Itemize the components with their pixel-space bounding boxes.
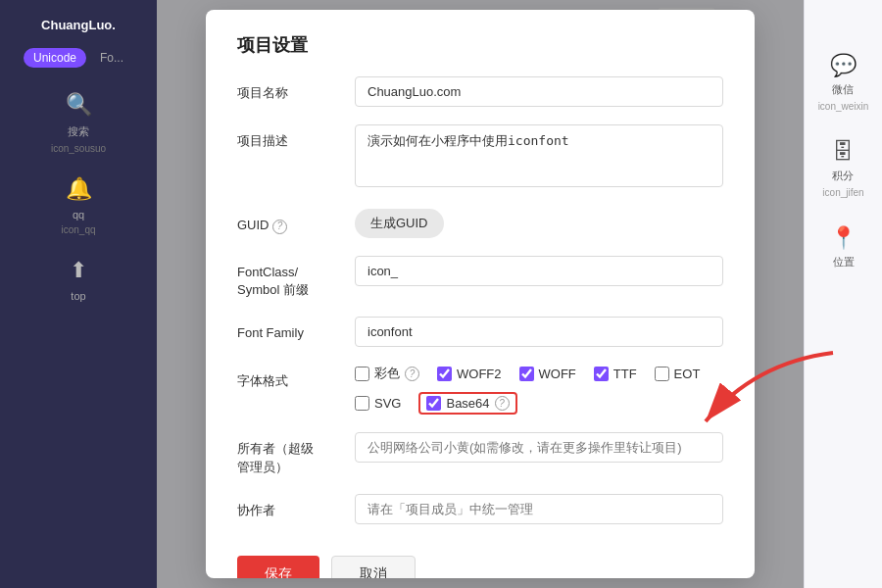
base64-info-icon[interactable]: ? xyxy=(495,396,510,411)
form-row-fontclass: FontClass/Symbol 前缀 xyxy=(237,256,723,299)
checkbox-ttf[interactable] xyxy=(594,367,609,381)
jifen-icon: 🗄 xyxy=(832,139,854,165)
field-desc: 演示如何在小程序中使用iconfont xyxy=(355,124,723,191)
qq-icon: 🔔 xyxy=(63,173,94,205)
format-label-woff: WOFF xyxy=(539,367,576,381)
format-option-svg[interactable]: SVG xyxy=(355,392,401,415)
brand-text: ChuangLuo. xyxy=(31,10,125,40)
label-guid: GUID ? xyxy=(237,209,355,234)
app-background: ChuangLuo. Unicode Fo... 🔍 搜索 icon_sousu… xyxy=(0,0,882,588)
field-owner xyxy=(355,432,723,463)
format-label-eot: EOT xyxy=(674,367,701,381)
label-format: 字体格式 xyxy=(237,365,355,390)
right-label-jifen: 积分 xyxy=(832,169,854,183)
project-settings-modal: 项目设置 项目名称 项目描述 演示如何在小程序中使用iconfont xyxy=(206,10,755,578)
format-label-woff2: WOFF2 xyxy=(457,367,502,381)
modal-title: 项目设置 xyxy=(237,33,723,57)
input-desc[interactable]: 演示如何在小程序中使用iconfont xyxy=(355,124,723,187)
right-item-weixin[interactable]: 💬 微信 icon_weixin xyxy=(818,53,869,112)
right-label-weixin: 微信 xyxy=(832,82,854,97)
right-item-position[interactable]: 📍 位置 xyxy=(830,225,857,270)
label-name: 项目名称 xyxy=(237,76,355,102)
label-desc: 项目描述 xyxy=(237,124,355,150)
top-icon: ⬆ xyxy=(63,255,94,286)
tab-unicode[interactable]: Unicode xyxy=(24,48,86,68)
color-info-icon[interactable]: ? xyxy=(405,367,419,381)
checkbox-eot[interactable] xyxy=(655,367,669,381)
sidebar-item-top[interactable]: ⬆ top xyxy=(63,255,94,302)
field-collaborator xyxy=(355,494,723,524)
checkbox-woff2[interactable] xyxy=(437,367,452,381)
format-label-color: 彩色 xyxy=(374,365,400,382)
format-option-woff2[interactable]: WOFF2 xyxy=(437,365,502,382)
right-label-position: 位置 xyxy=(833,255,855,270)
form-row-name: 项目名称 xyxy=(237,76,723,107)
format-option-color[interactable]: 彩色 ? xyxy=(355,365,419,382)
sidebar-label-top: top xyxy=(71,290,85,302)
input-fontfamily[interactable] xyxy=(355,317,723,347)
right-sidebar: 💬 微信 icon_weixin 🗄 积分 icon_jifen 📍 位置 xyxy=(804,0,882,588)
input-fontclass[interactable] xyxy=(355,256,723,286)
checkbox-woff[interactable] xyxy=(519,367,534,381)
field-format: 彩色 ? WOFF2 WOFF xyxy=(355,365,723,415)
field-fontclass xyxy=(355,256,723,286)
checkbox-color[interactable] xyxy=(355,367,369,381)
format-label-ttf: TTF xyxy=(613,367,637,381)
form-row-guid: GUID ? 生成GUID xyxy=(237,209,723,238)
sidebar-tabs: Unicode Fo... xyxy=(24,48,133,68)
form-row-fontfamily: Font Family xyxy=(237,317,723,347)
checkbox-svg[interactable] xyxy=(355,396,369,411)
generate-guid-button[interactable]: 生成GUID xyxy=(355,209,444,238)
form-row-owner: 所有者（超级管理员） xyxy=(237,432,723,475)
sidebar: ChuangLuo. Unicode Fo... 🔍 搜索 icon_sousu… xyxy=(0,0,157,588)
modal-overlay: 项目设置 项目名称 项目描述 演示如何在小程序中使用iconfont xyxy=(157,0,804,588)
form-row-collaborator: 协作者 xyxy=(237,494,723,524)
sidebar-sublabel-search: icon_sousuo xyxy=(51,143,106,154)
label-fontclass: FontClass/Symbol 前缀 xyxy=(237,256,355,299)
field-fontfamily xyxy=(355,317,723,347)
sidebar-label-qq: qq xyxy=(73,209,84,220)
modal-footer: 保存 取消 xyxy=(237,548,723,578)
format-option-ttf[interactable]: TTF xyxy=(594,365,637,382)
input-owner[interactable] xyxy=(355,432,723,463)
position-icon: 📍 xyxy=(830,225,857,251)
format-grid: 彩色 ? WOFF2 WOFF xyxy=(355,365,723,415)
weixin-icon: 💬 xyxy=(830,53,857,78)
right-sublabel-weixin: icon_weixin xyxy=(818,101,869,112)
format-label-base64: Base64 xyxy=(446,396,489,411)
field-guid: 生成GUID xyxy=(355,209,723,238)
right-sublabel-jifen: icon_jifen xyxy=(822,187,863,198)
label-owner: 所有者（超级管理员） xyxy=(237,432,355,475)
format-option-woff[interactable]: WOFF xyxy=(519,365,576,382)
main-content: 多操作 项目设置 项目名称 项目描述 演示如何在小程序中使用iconfont xyxy=(157,0,804,588)
guid-info-icon[interactable]: ? xyxy=(272,220,287,234)
field-name xyxy=(355,76,723,107)
label-fontfamily: Font Family xyxy=(237,317,355,342)
format-option-eot[interactable]: EOT xyxy=(655,365,701,382)
right-item-jifen[interactable]: 🗄 积分 icon_jifen xyxy=(822,139,863,198)
label-collaborator: 协作者 xyxy=(237,494,355,519)
sidebar-label-search: 搜索 xyxy=(68,124,89,139)
checkbox-base64[interactable] xyxy=(426,396,441,411)
form-row-desc: 项目描述 演示如何在小程序中使用iconfont xyxy=(237,124,723,191)
sidebar-item-search[interactable]: 🔍 搜索 icon_sousuo xyxy=(51,89,106,154)
form-row-format: 字体格式 彩色 ? WOFF2 xyxy=(237,365,723,415)
tab-fo[interactable]: Fo... xyxy=(90,48,133,68)
cancel-button[interactable]: 取消 xyxy=(331,556,416,578)
format-label-svg: SVG xyxy=(374,396,401,411)
sidebar-item-qq[interactable]: 🔔 qq icon_qq xyxy=(61,173,95,235)
search-icon: 🔍 xyxy=(63,89,94,121)
input-name[interactable] xyxy=(355,76,723,107)
input-collaborator[interactable] xyxy=(355,494,723,524)
sidebar-sublabel-qq: icon_qq xyxy=(61,224,95,235)
save-button[interactable]: 保存 xyxy=(237,556,319,578)
format-option-base64[interactable]: Base64 ? xyxy=(418,392,516,415)
